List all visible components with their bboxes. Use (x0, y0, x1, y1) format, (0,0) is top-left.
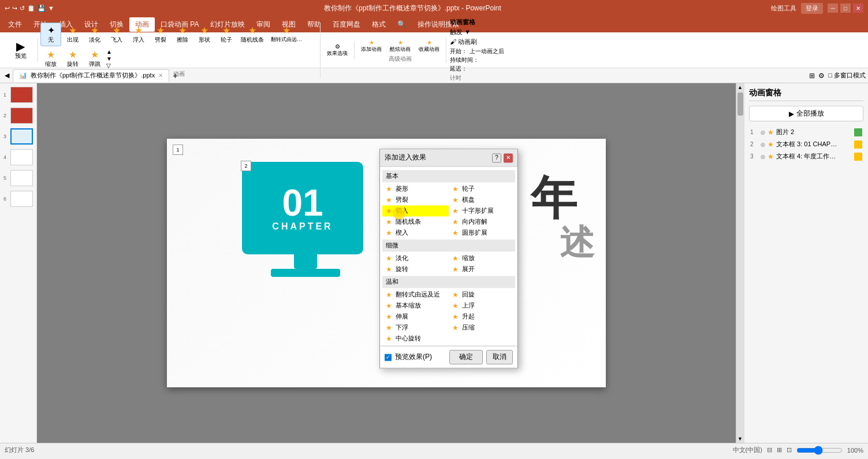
item-random-lines[interactable]: ★随机线条 (382, 216, 449, 227)
monitor-graphic[interactable]: 01 CHAPTER (242, 162, 369, 289)
scroll-up-button[interactable]: ▲ (736, 83, 744, 91)
anim-wipe-button[interactable]: ★ 擦除 (172, 23, 193, 46)
menu-search-icon[interactable]: 🔍 (392, 18, 412, 31)
slide-preview-4[interactable] (10, 149, 33, 165)
item-dissolve-in[interactable]: ★向内溶解 (449, 216, 515, 227)
item-cut-in[interactable]: ★切入 (382, 205, 449, 216)
anim-shape-button[interactable]: ★ 形状 (194, 23, 215, 46)
anim-flip-button[interactable]: ★ 翻转式由远… (268, 23, 305, 45)
item-rotate-subtle[interactable]: ★旋转 (382, 264, 449, 275)
vertical-scrollbar[interactable]: ▲ ▼ (736, 83, 744, 443)
slide-thumb-1[interactable]: 1 (2, 86, 34, 104)
quick-access-toolbar[interactable]: ↩ ↪ ↺ 📋 💾 ▼ (5, 5, 54, 12)
maximize-button[interactable]: □ (840, 3, 851, 13)
play-all-button[interactable]: ▶ 全部播放 (749, 106, 863, 121)
collect-animation-button[interactable]: ★ 收藏动画 (416, 38, 442, 55)
slide-thumb-3[interactable]: 3 (2, 127, 34, 146)
slide-thumb-6[interactable]: 6 (2, 190, 34, 208)
scroll-up-icon[interactable]: ▲ (106, 49, 112, 55)
item-circle-expand[interactable]: ★圆形扩展 (449, 227, 515, 238)
new-tab-button[interactable]: + (170, 71, 180, 80)
settings-icon[interactable]: ⚙ (818, 72, 825, 80)
slide-thumb-4[interactable]: 4 (2, 148, 34, 166)
add-effect-dialog[interactable]: 添加进入效果 ? ✕ 基本 ★菱形 ★劈裂 ★切入 (379, 149, 518, 368)
item-cross-expand[interactable]: ★十字形扩展 (449, 205, 515, 216)
cool-animation-button[interactable]: ★ 酷炫动画 (387, 38, 413, 55)
slide-preview-3[interactable] (10, 128, 33, 145)
item-center-rotate[interactable]: ★中心旋转 (382, 333, 449, 344)
preview-checkbox[interactable]: ✓ (385, 354, 392, 361)
multiwindow-label[interactable]: □ 多窗口模式 (828, 71, 866, 80)
anim-float-button[interactable]: ★ 浮入 (128, 23, 149, 46)
view-toggle-icon[interactable]: ⊞ (809, 72, 815, 80)
close-button[interactable]: ✕ (853, 3, 863, 13)
menu-file[interactable]: 文件 (2, 17, 28, 32)
item-zoom[interactable]: ★缩放 (449, 253, 515, 264)
item-wedge[interactable]: ★楔入 (382, 227, 449, 238)
animation-item-2[interactable]: 2 ◎ ★ 文本框 3: 01 CHAP… (749, 138, 863, 150)
right-text-shu[interactable]: 述 (560, 220, 594, 266)
view-normal-button[interactable]: ⊟ (767, 446, 772, 454)
window-controls[interactable]: ─ □ ✕ (828, 3, 863, 13)
animation-brush-button[interactable]: 🖌 动画刷 (450, 38, 477, 46)
item-float-up[interactable]: ★上浮 (449, 300, 515, 311)
preview-button[interactable]: ▶ 预览 (9, 39, 33, 62)
main-tab[interactable]: 📊 教你制作《ppt制作工作概述章节切换》.pptx ✕ (13, 69, 169, 82)
item-basic-zoom[interactable]: ★基本缩放 (382, 300, 449, 311)
anim-flip-icon: ★ (282, 25, 290, 36)
anim-split-button[interactable]: ★ 劈裂 (150, 23, 171, 46)
anim-flyin-button[interactable]: ★ 飞入 (106, 23, 127, 46)
item-rise[interactable]: ★升起 (449, 311, 515, 322)
animation-item-1[interactable]: 1 ◎ ★ 图片 2 (749, 126, 863, 138)
anim-random-button[interactable]: ★ 随机线条 (238, 23, 267, 46)
slide-thumb-5[interactable]: 5 (2, 169, 34, 187)
add-animation-button[interactable]: ★ 添加动画 (358, 38, 385, 55)
item-checkerboard[interactable]: ★棋盘 (449, 194, 515, 205)
anim-bounce-button[interactable]: ★ 弹跳 (84, 47, 105, 70)
dialog-help-button[interactable]: ? (492, 153, 501, 162)
effect-options-button[interactable]: ⚙ 效果选项 (324, 42, 351, 59)
item-float-down[interactable]: ★下浮 (382, 322, 449, 333)
tab-close-button[interactable]: ✕ (158, 72, 163, 79)
item-expand[interactable]: ★展开 (449, 264, 515, 275)
slide-preview-2[interactable] (10, 108, 33, 124)
tab-nav-icon[interactable]: ◀ (2, 72, 12, 79)
item-wheel[interactable]: ★轮子 (449, 183, 515, 194)
anim-fade-button[interactable]: ★ 淡化 (84, 23, 105, 46)
slide-preview-6[interactable] (10, 191, 33, 207)
menu-format[interactable]: 格式 (366, 17, 392, 32)
menu-baidu[interactable]: 百度网盘 (327, 17, 366, 32)
anim-appear-button[interactable]: ★ 出现 (62, 23, 83, 46)
scroll-thumb[interactable] (737, 92, 743, 116)
animation-pane-button[interactable]: 动画窗格 (450, 18, 475, 27)
ok-button[interactable]: 确定 (449, 350, 483, 364)
item-fade[interactable]: ★淡化 (382, 253, 449, 264)
zoom-slider[interactable] (796, 446, 843, 455)
trigger-button[interactable]: 触发 ▼ (450, 28, 471, 36)
item-compress[interactable]: ★压缩 (449, 322, 515, 333)
anim-fade-icon: ★ (91, 25, 99, 36)
anim-none-button[interactable]: ✦ 无 (40, 23, 61, 46)
monitor-screen: 01 CHAPTER (242, 162, 363, 254)
scroll-down-button[interactable]: ▼ (736, 435, 744, 443)
minimize-button[interactable]: ─ (828, 3, 838, 13)
animation-item-3[interactable]: 3 ◎ ★ 文本框 4: 年度工作… (749, 150, 863, 162)
anim-wheel-button[interactable]: ★ 轮子 (216, 23, 237, 46)
scroll-down-icon[interactable]: ▼ (106, 55, 112, 62)
item-diamond[interactable]: ★菱形 (382, 183, 449, 194)
slide-preview-5[interactable] (10, 170, 33, 186)
cancel-button[interactable]: 取消 (486, 350, 513, 364)
expand-icon[interactable]: ▽ (106, 62, 112, 69)
item-split[interactable]: ★劈裂 (382, 194, 449, 205)
anim-rotate-button[interactable]: ★ 旋转 (62, 47, 83, 70)
item-swivel[interactable]: ★回旋 (449, 289, 515, 300)
item-stretch[interactable]: ★伸展 (382, 311, 449, 322)
item-flip-far[interactable]: ★翻转式由远及近 (382, 289, 449, 300)
slide-preview-1[interactable] (10, 87, 33, 103)
dialog-close-button[interactable]: ✕ (504, 153, 513, 162)
login-button[interactable]: 登录 (801, 3, 823, 14)
view-reader-button[interactable]: ⊡ (787, 446, 792, 454)
slide-thumb-2[interactable]: 2 (2, 106, 34, 125)
view-slide-button[interactable]: ⊞ (777, 446, 782, 454)
anim-zoom-button[interactable]: ★ 缩放 (40, 47, 61, 70)
